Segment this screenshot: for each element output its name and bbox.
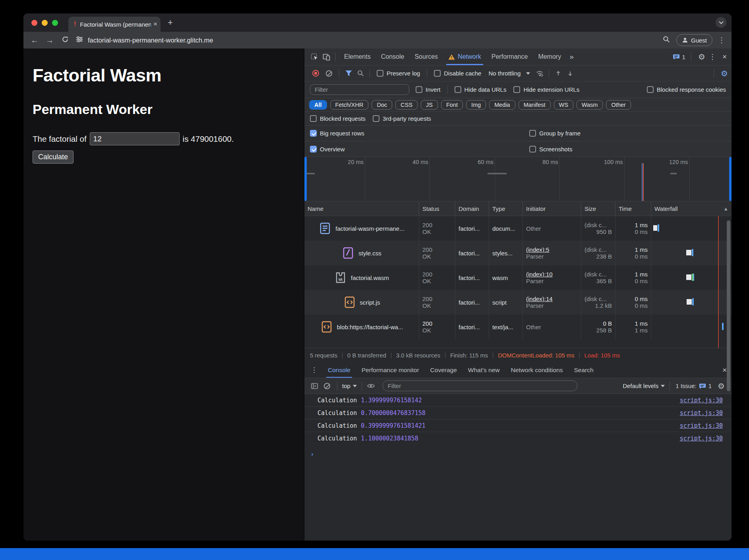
drawer-menu-button[interactable]: ⋮: [304, 366, 322, 374]
new-tab-button[interactable]: +: [168, 17, 173, 28]
preserve-log-checkbox[interactable]: [377, 70, 383, 77]
filter-toggle-button[interactable]: [343, 68, 354, 79]
tab-memory[interactable]: Memory: [533, 48, 566, 65]
devtools-settings-button[interactable]: ⚙: [695, 52, 709, 62]
timeline-left-handle[interactable]: [304, 157, 307, 201]
invert-checkbox[interactable]: [416, 86, 422, 93]
source-link[interactable]: script.js:30: [680, 435, 723, 442]
forward-button[interactable]: →: [46, 36, 54, 45]
initiator-link[interactable]: (index):10: [526, 271, 578, 278]
header-time[interactable]: Time: [615, 201, 651, 216]
chip-other[interactable]: Other: [606, 100, 631, 110]
tab-network[interactable]: Network: [443, 48, 486, 65]
chip-font[interactable]: Font: [441, 100, 463, 110]
drawer-tab-coverage[interactable]: Coverage: [425, 362, 463, 378]
throttling-select[interactable]: No throttling: [488, 70, 530, 77]
console-context-select[interactable]: top: [341, 382, 358, 389]
more-tabs-button[interactable]: »: [566, 52, 577, 61]
blocked-response-cookies-checkbox[interactable]: [647, 86, 654, 93]
factorial-input[interactable]: [90, 132, 180, 145]
drawer-tab-network-conditions[interactable]: Network conditions: [505, 362, 568, 378]
chip-all[interactable]: All: [309, 100, 327, 110]
source-link[interactable]: script.js:30: [680, 409, 723, 417]
live-expression-button[interactable]: [365, 380, 377, 392]
chip-js[interactable]: JS: [421, 100, 438, 110]
back-button[interactable]: ←: [31, 36, 39, 45]
profile-button[interactable]: Guest: [676, 34, 712, 46]
console-sidebar-button[interactable]: [308, 380, 320, 392]
request-row-wasm[interactable]: WAfactorial.wasm 200OK factori... wasm (…: [304, 265, 732, 290]
import-har-button[interactable]: [552, 68, 564, 79]
reload-button[interactable]: [62, 36, 69, 45]
browser-menu-button[interactable]: ⋮: [718, 37, 725, 44]
zoom-button[interactable]: [663, 36, 670, 44]
devtools-close-button[interactable]: ×: [718, 52, 732, 61]
header-waterfall[interactable]: Waterfall▲: [651, 201, 732, 216]
header-domain[interactable]: Domain: [455, 201, 489, 216]
header-type[interactable]: Type: [489, 201, 523, 216]
network-settings-button[interactable]: ⚙: [717, 69, 732, 78]
maximize-window-button[interactable]: [52, 20, 58, 26]
issues-counter[interactable]: 1: [670, 54, 688, 60]
request-row-stylesheet[interactable]: style.css 200OK factori... styles... (in…: [304, 241, 732, 265]
default-levels-select[interactable]: Default levels: [621, 382, 666, 389]
hide-data-urls-checkbox[interactable]: [455, 86, 461, 93]
clear-console-button[interactable]: [324, 383, 330, 389]
tab-close-icon[interactable]: ×: [153, 20, 157, 28]
header-status[interactable]: Status: [419, 201, 455, 216]
source-link[interactable]: script.js:30: [680, 422, 723, 429]
drawer-tab-search[interactable]: Search: [568, 362, 599, 378]
network-filter-input[interactable]: [310, 84, 409, 95]
chip-img[interactable]: Img: [466, 100, 486, 110]
tab-elements[interactable]: Elements: [339, 48, 376, 65]
devtools-menu-button[interactable]: ⋮: [709, 53, 716, 60]
tab-console[interactable]: Console: [376, 48, 410, 65]
chip-fetch-xhr[interactable]: Fetch/XHR: [330, 100, 369, 110]
chip-manifest[interactable]: Manifest: [519, 100, 551, 110]
network-overview-timeline[interactable]: 20 ms 40 ms 60 ms 80 ms 100 ms 120 ms 14: [304, 157, 732, 201]
inspect-element-button[interactable]: [308, 51, 320, 63]
chip-doc[interactable]: Doc: [372, 100, 392, 110]
overview-checkbox[interactable]: [310, 146, 317, 153]
group-by-frame-checkbox[interactable]: [529, 130, 536, 137]
disable-cache-checkbox[interactable]: [434, 70, 441, 77]
drawer-tab-performance-monitor[interactable]: Performance monitor: [356, 362, 425, 378]
tab-search-button[interactable]: [716, 17, 726, 28]
network-search-button[interactable]: [354, 68, 366, 79]
chip-ws[interactable]: WS: [554, 100, 573, 110]
console-settings-button[interactable]: ⚙: [714, 381, 728, 391]
console-filter-input[interactable]: [383, 380, 577, 391]
export-har-button[interactable]: [564, 68, 576, 79]
drawer-tab-whats-new[interactable]: What's new: [463, 362, 505, 378]
calculate-button[interactable]: Calculate: [33, 151, 74, 164]
browser-tab[interactable]: ! Factorial Wasm (permanent W ×: [68, 17, 161, 32]
url-input[interactable]: factorial-wasm-permanent-worker.glitch.m…: [88, 37, 663, 44]
site-info-button[interactable]: [76, 36, 83, 44]
header-size[interactable]: Size: [581, 201, 615, 216]
tab-sources[interactable]: Sources: [409, 48, 443, 65]
table-scrollbar[interactable]: [727, 220, 730, 391]
hide-extension-urls-checkbox[interactable]: [513, 86, 520, 93]
request-row-blob[interactable]: blob:https://factorial-wa... 200OK facto…: [304, 315, 732, 339]
initiator-link[interactable]: (index):5: [526, 246, 578, 253]
blocked-requests-checkbox[interactable]: [310, 115, 317, 122]
screenshots-checkbox[interactable]: [529, 146, 536, 153]
minimize-window-button[interactable]: [42, 20, 48, 26]
tab-performance[interactable]: Performance: [486, 48, 533, 65]
record-network-log-button[interactable]: [312, 70, 319, 77]
chip-css[interactable]: CSS: [395, 100, 418, 110]
clear-network-log-button[interactable]: [326, 70, 332, 77]
chip-wasm[interactable]: Wasm: [577, 100, 603, 110]
third-party-checkbox[interactable]: [373, 115, 379, 122]
header-name[interactable]: Name: [304, 201, 419, 216]
request-row-document[interactable]: factorial-wasm-permane... 200OK factori.…: [304, 216, 732, 241]
big-request-rows-checkbox[interactable]: [310, 130, 317, 137]
initiator-link[interactable]: (index):14: [526, 295, 578, 302]
header-initiator[interactable]: Initiator: [523, 201, 581, 216]
console-prompt[interactable]: ›: [304, 445, 732, 458]
device-toolbar-button[interactable]: [320, 51, 332, 63]
chip-media[interactable]: Media: [489, 100, 515, 110]
timeline-right-handle[interactable]: [729, 157, 732, 201]
console-issues-counter[interactable]: 1 Issue: 1: [673, 382, 714, 389]
request-row-script[interactable]: script.js 200OK factori... script (index…: [304, 290, 732, 315]
